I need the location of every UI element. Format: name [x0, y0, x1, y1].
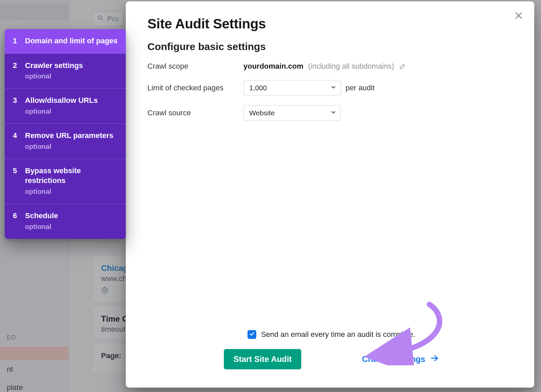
step-number: 4	[13, 131, 18, 141]
source-select[interactable]: Website	[243, 105, 341, 121]
step-optional: optional	[25, 107, 98, 116]
step-optional: optional	[25, 142, 113, 151]
step-number: 6	[13, 211, 18, 221]
crawler-settings-label: Crawler settings	[362, 354, 425, 364]
wizard-step-urls[interactable]: 3 Allow/disallow URLs optional	[5, 88, 126, 123]
limit-label: Limit of checked pages	[147, 84, 243, 92]
step-title: Domain and limit of pages	[25, 37, 118, 45]
step-title: Bypass website restrictions	[25, 166, 81, 185]
start-audit-button[interactable]: Start Site Audit	[224, 349, 301, 369]
wizard-step-schedule[interactable]: 6 Schedule optional	[5, 204, 126, 239]
step-number: 1	[13, 36, 18, 46]
chevron-down-icon	[330, 109, 336, 117]
crawl-scope-hint: (including all subdomains)	[308, 62, 394, 71]
step-number: 2	[13, 61, 18, 71]
step-optional: optional	[25, 72, 83, 81]
step-number: 5	[13, 166, 18, 176]
check-icon	[249, 330, 255, 339]
email-checkbox[interactable]	[248, 330, 256, 339]
step-title: Schedule	[25, 211, 58, 220]
wizard-steps: 1 Domain and limit of pages 2 Crawler se…	[5, 29, 126, 239]
wizard-step-bypass[interactable]: 5 Bypass website restrictions optional	[5, 159, 126, 204]
step-optional: optional	[25, 187, 118, 196]
source-value: Website	[249, 109, 275, 117]
pencil-icon[interactable]	[399, 63, 406, 70]
limit-unit: per audit	[346, 84, 375, 92]
site-audit-modal: Site Audit Settings Configure basic sett…	[126, 1, 534, 388]
modal-subtitle: Configure basic settings	[147, 41, 515, 52]
chevron-down-icon	[330, 84, 336, 92]
modal-footer: Send an email every time an audit is com…	[147, 330, 515, 369]
step-title: Crawler settings	[25, 61, 83, 70]
limit-value: 1,000	[249, 84, 267, 92]
row-crawl-scope: Crawl scope yourdomain.com (including al…	[147, 62, 515, 71]
step-title: Allow/disallow URLs	[25, 96, 98, 105]
email-checkbox-label: Send an email every time an audit is com…	[261, 330, 415, 339]
wizard-step-crawler[interactable]: 2 Crawler settings optional	[5, 53, 126, 89]
wizard-step-params[interactable]: 4 Remove URL parameters optional	[5, 123, 126, 159]
close-button[interactable]	[511, 9, 526, 24]
crawl-scope-domain: yourdomain.com	[243, 62, 303, 71]
step-number: 3	[13, 95, 18, 106]
row-source: Crawl source Website	[147, 105, 515, 121]
row-limit: Limit of checked pages 1,000 per audit	[147, 80, 515, 96]
crawl-scope-label: Crawl scope	[147, 62, 243, 71]
crawler-settings-link[interactable]: Crawler settings	[362, 354, 439, 365]
step-title: Remove URL parameters	[25, 131, 113, 140]
step-optional: optional	[25, 222, 58, 231]
arrow-right-icon	[430, 354, 439, 365]
modal-actions: Start Site Audit Crawler settings	[224, 349, 439, 369]
source-label: Crawl source	[147, 109, 243, 117]
email-checkbox-row: Send an email every time an audit is com…	[248, 330, 415, 339]
close-icon	[514, 11, 523, 22]
wizard-step-domain[interactable]: 1 Domain and limit of pages	[5, 29, 126, 53]
limit-select[interactable]: 1,000	[243, 80, 341, 96]
modal-title: Site Audit Settings	[147, 16, 515, 31]
settings-form: Crawl scope yourdomain.com (including al…	[147, 62, 515, 121]
